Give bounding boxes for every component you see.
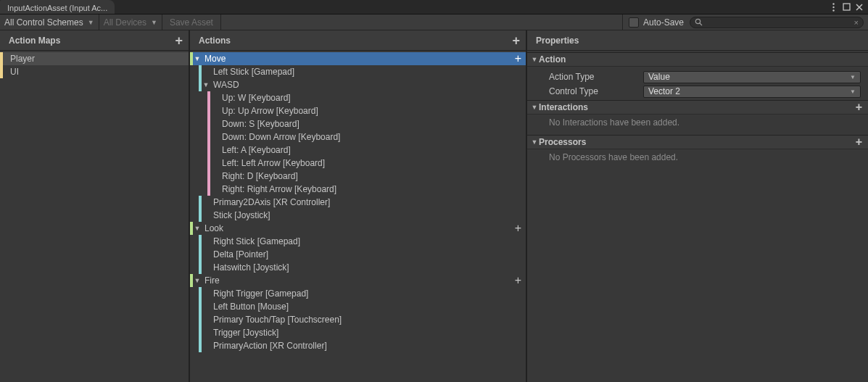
category-color-bar [199,326,202,339]
action-map-item[interactable]: UI [0,65,189,78]
composite-part-row[interactable]: Left: A [Keyboard] [190,144,526,157]
add-binding-button[interactable]: + [515,223,521,234]
control-schemes-dropdown[interactable]: All Control Schemes ▼ [0,14,99,30]
binding-row[interactable]: Hatswitch [Joystick] [190,261,526,274]
row-label: Move [202,54,226,64]
search-field[interactable]: × [690,17,864,28]
action-section-header[interactable]: ▼ Action [527,52,868,67]
binding-row[interactable]: ▼WASD [190,78,526,91]
composite-part-row[interactable]: Down: Down Arrow [Keyboard] [190,130,526,144]
composite-part-row[interactable]: Up: W [Keyboard] [190,91,526,104]
processors-empty-message: No Processors have been added. [527,149,868,170]
control-type-row: Control Type Vector 2 ▼ [527,84,868,99]
foldout-icon[interactable]: ▼ [193,55,202,62]
composite-part-row[interactable]: Right: D [Keyboard] [190,170,526,183]
row-label: WASD [210,80,239,90]
binding-row[interactable]: Left Stick [Gamepad] [190,65,526,78]
actions-tree: ▼Move+Left Stick [Gamepad]▼WASDUp: W [Ke… [190,51,526,382]
foldout-icon: ▼ [530,138,539,146]
category-color-bar [199,209,202,222]
interactions-section-header[interactable]: ▼ Interactions + [527,100,868,115]
action-type-dropdown[interactable]: Value ▼ [643,71,861,83]
foldout-icon: ▼ [530,104,539,111]
binding-row[interactable]: Right Stick [Gamepad] [190,235,526,248]
titlebar: InputActionAsset (Input Ac... [0,0,868,14]
add-interaction-button[interactable]: + [856,101,862,113]
action-map-item[interactable]: Player [0,52,189,65]
binding-row[interactable]: Stick [Joystick] [190,209,526,222]
row-label: Stick [Joystick] [210,210,270,220]
binding-row[interactable]: Left Button [Mouse] [190,300,526,313]
save-asset-button[interactable]: Save Asset [162,14,221,30]
svg-point-2 [832,9,834,11]
category-color-bar [199,300,202,313]
binding-row[interactable]: Delta [Pointer] [190,248,526,261]
foldout-icon[interactable]: ▼ [193,225,202,232]
auto-save-checkbox[interactable] [629,17,639,28]
binding-row[interactable]: Primary2DAxis [XR Controller] [190,196,526,209]
action-type-value: Value [648,72,670,82]
binding-row[interactable]: Primary Touch/Tap [Touchscreen] [190,313,526,326]
add-processor-button[interactable]: + [856,136,862,148]
add-action-map-button[interactable]: + [175,34,183,47]
row-label: PrimaryAction [XR Controller] [210,341,327,351]
add-action-button[interactable]: + [512,34,520,47]
action-row[interactable]: ▼Look+ [190,222,526,235]
row-label: Left Button [Mouse] [210,302,289,312]
row-label: Delta [Pointer] [210,249,268,259]
action-row[interactable]: ▼Fire+ [190,274,526,287]
processors-section-title: Processors [539,137,586,147]
row-label: Hatswitch [Joystick] [210,262,289,273]
row-label: Up: Up Arrow [Keyboard] [219,106,318,116]
foldout-icon[interactable]: ▼ [202,81,210,88]
add-binding-button[interactable]: + [515,275,521,286]
auto-save-label: Auto-Save [643,17,684,28]
search-input[interactable] [706,18,851,27]
devices-dropdown[interactable]: All Devices ▼ [99,14,162,30]
action-type-label: Action Type [549,72,643,82]
binding-row[interactable]: PrimaryAction [XR Controller] [190,339,526,352]
category-color-bar [199,313,202,326]
maximize-icon[interactable] [842,3,851,12]
action-maps-header: Action Maps + [0,30,189,51]
toolbar: All Control Schemes ▼ All Devices ▼ Save… [0,14,868,30]
foldout-icon[interactable]: ▼ [193,277,202,284]
auto-save-toggle[interactable]: Auto-Save [622,14,690,30]
action-map-label: Player [10,54,35,64]
composite-part-row[interactable]: Right: Right Arrow [Keyboard] [190,183,526,196]
main-panels: Action Maps + PlayerUI Actions + ▼Move+L… [0,30,868,382]
clear-search-icon[interactable]: × [854,18,859,27]
add-binding-button[interactable]: + [515,53,521,65]
properties-body: ▼ Action Action Type Value ▼ Control Typ… [527,51,868,382]
actions-title: Actions [199,36,231,46]
category-color-bar [199,196,202,209]
window-tab[interactable]: InputActionAsset (Input Ac... [0,0,115,14]
properties-title: Properties [536,36,579,46]
category-color-bar [207,104,210,117]
devices-label: All Devices [104,17,146,28]
interactions-empty-message: No Interactions have been added. [527,115,868,135]
category-color-bar [207,183,210,196]
window-tab-label: InputActionAsset (Input Ac... [7,4,107,12]
action-row[interactable]: ▼Move+ [190,52,526,65]
control-schemes-label: All Control Schemes [4,17,83,28]
action-maps-title: Action Maps [9,36,60,46]
binding-row[interactable]: Trigger [Joystick] [190,326,526,339]
action-maps-list: PlayerUI [0,51,189,382]
row-label: Primary2DAxis [XR Controller] [210,197,330,207]
category-color-bar [207,130,210,144]
composite-part-row[interactable]: Left: Left Arrow [Keyboard] [190,157,526,170]
chevron-down-icon: ▼ [850,88,856,95]
search-icon [695,18,703,28]
processors-section-header[interactable]: ▼ Processors + [527,135,868,149]
close-icon[interactable] [855,3,864,12]
kebab-menu-icon[interactable] [829,3,838,12]
action-map-label: UI [10,67,19,77]
action-map-color-bar [0,65,3,78]
row-label: Left: A [Keyboard] [219,145,291,155]
composite-part-row[interactable]: Down: S [Keyboard] [190,117,526,130]
action-section-title: Action [539,54,566,65]
control-type-dropdown[interactable]: Vector 2 ▼ [643,86,861,98]
binding-row[interactable]: Right Trigger [Gamepad] [190,287,526,300]
composite-part-row[interactable]: Up: Up Arrow [Keyboard] [190,104,526,117]
